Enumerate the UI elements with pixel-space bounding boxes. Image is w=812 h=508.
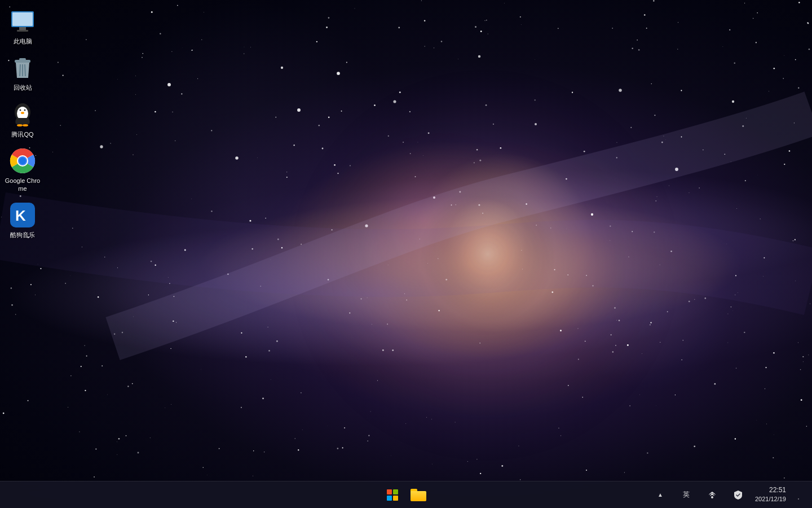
security-icon bbox=[734, 490, 743, 500]
svg-rect-1 bbox=[12, 12, 33, 26]
recycle-icon bbox=[9, 54, 36, 81]
win-logo-yellow bbox=[393, 496, 398, 501]
folder-icon bbox=[411, 489, 426, 501]
language-indicator[interactable]: 英 bbox=[675, 484, 698, 506]
qq-icon bbox=[9, 101, 36, 128]
clock-date: 2021/12/19 bbox=[755, 495, 786, 503]
svg-rect-2 bbox=[19, 27, 26, 30]
taskbar: ▲ 英 22:51 2021/12/19 bbox=[0, 481, 812, 508]
desktop-icon-recycle[interactable]: 回收站 bbox=[2, 52, 43, 94]
win-logo-red bbox=[387, 489, 392, 494]
desktop-icon-thispc[interactable]: 此电脑 bbox=[2, 6, 43, 47]
recycle-label: 回收站 bbox=[14, 84, 32, 91]
chrome-label: Google Chrome bbox=[5, 177, 41, 193]
taskbar-right: ▲ 英 22:51 2021/12/19 bbox=[649, 481, 812, 508]
kuwo-label: 酷狗音乐 bbox=[10, 231, 35, 239]
show-hidden-icons-button[interactable]: ▲ bbox=[649, 484, 672, 506]
svg-rect-3 bbox=[17, 30, 28, 32]
svg-line-6 bbox=[20, 64, 20, 76]
win-logo-blue bbox=[387, 496, 392, 501]
desktop-icons-area: 此电脑 回收站 bbox=[0, 0, 45, 485]
language-label: 英 bbox=[681, 490, 692, 500]
desktop-icon-kuwo[interactable]: K 酷狗音乐 bbox=[2, 199, 43, 241]
kuwo-icon: K bbox=[9, 202, 36, 229]
qq-label: 腾讯QQ bbox=[11, 130, 33, 138]
chrome-icon bbox=[9, 147, 36, 174]
start-button[interactable] bbox=[381, 484, 404, 506]
svg-point-14 bbox=[24, 109, 26, 111]
notification-icon bbox=[795, 490, 802, 500]
security-button[interactable] bbox=[727, 484, 749, 506]
desktop-icon-qq[interactable]: 腾讯QQ bbox=[2, 99, 43, 141]
svg-point-24 bbox=[711, 496, 713, 498]
notification-button[interactable] bbox=[792, 484, 805, 506]
svg-point-21 bbox=[19, 157, 26, 164]
svg-point-16 bbox=[17, 124, 23, 126]
taskbar-center bbox=[381, 483, 431, 507]
clock-time: 22:51 bbox=[769, 485, 786, 495]
svg-rect-26 bbox=[798, 498, 799, 500]
network-button[interactable] bbox=[701, 484, 723, 506]
desktop-icon-chrome[interactable]: Google Chrome bbox=[2, 145, 43, 195]
svg-text:K: K bbox=[15, 207, 26, 224]
svg-point-13 bbox=[20, 109, 21, 111]
network-icon bbox=[707, 490, 717, 500]
svg-line-8 bbox=[25, 64, 25, 76]
windows-logo-icon bbox=[387, 489, 398, 501]
svg-point-15 bbox=[21, 112, 24, 114]
svg-point-17 bbox=[23, 124, 28, 126]
svg-rect-5 bbox=[19, 58, 26, 60]
svg-rect-25 bbox=[795, 493, 802, 498]
chevron-icon: ▲ bbox=[657, 492, 663, 498]
thispc-icon bbox=[9, 8, 36, 35]
stars-decoration bbox=[0, 0, 812, 508]
taskbar-file-explorer[interactable] bbox=[406, 483, 431, 507]
clock-area[interactable]: 22:51 2021/12/19 bbox=[753, 481, 788, 508]
folder-body bbox=[411, 491, 426, 501]
thispc-label: 此电脑 bbox=[14, 37, 32, 45]
win-logo-green bbox=[393, 489, 398, 494]
